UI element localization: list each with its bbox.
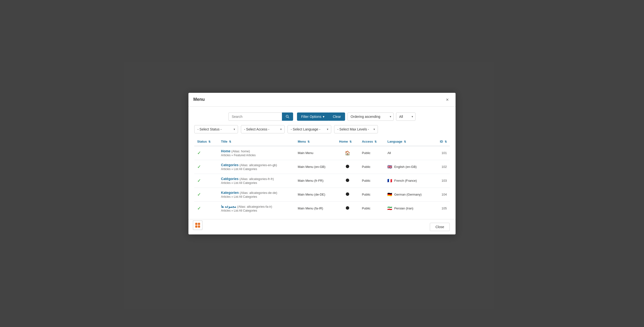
id-sort-icon: ⇅ <box>445 140 447 143</box>
maxlevels-filter[interactable]: - Select Max Levels - <box>334 125 378 133</box>
item-title-link[interactable]: Catégories (Alias: allcategories-fr-fr) <box>221 177 274 181</box>
filter-options-button[interactable]: Filter Options ▾ <box>297 113 328 121</box>
item-sub: Articles » List All Categories <box>221 209 292 212</box>
svg-rect-4 <box>195 225 198 228</box>
flag-icon: 🇬🇧 <box>387 164 392 169</box>
svg-point-0 <box>286 115 288 117</box>
home-dot <box>346 206 349 210</box>
modal-body: Filter Options ▾ Clear Ordering ascendin… <box>188 107 456 219</box>
cell-home: 🏠 <box>336 146 359 160</box>
cell-access: Public <box>359 188 384 201</box>
svg-line-1 <box>288 117 289 118</box>
ordering-select[interactable]: Ordering ascendingOrdering descendingTit… <box>348 113 394 121</box>
language-label: English (en-GB) <box>394 165 416 169</box>
col-access[interactable]: Access ⇅ <box>359 137 384 146</box>
item-sub: Articles » List All Categories <box>221 181 292 185</box>
item-alias: (Alias: allcategories-fr-fr) <box>240 177 274 181</box>
col-status[interactable]: Status ⇅ <box>194 137 218 146</box>
cell-title: Kategorien (Alias: allcategories-de-de) … <box>218 188 295 201</box>
cell-menu: Main Menu (de-DE) <box>295 188 336 201</box>
cell-language: 🇫🇷French (France) <box>384 174 434 188</box>
access-filter[interactable]: - Select Access - <box>241 125 284 133</box>
table-row: ✓ Kategorien (Alias: allcategories-de-de… <box>194 188 450 201</box>
item-alias: (Alias: home) <box>232 149 250 153</box>
home-dot <box>346 179 349 182</box>
published-icon[interactable]: ✓ <box>197 206 201 211</box>
svg-rect-2 <box>195 223 198 225</box>
item-title-link[interactable]: مجموعه ها (Alias: allcategories-fa-ir) <box>221 205 272 208</box>
modal-header: Menu × <box>188 93 456 107</box>
svg-rect-3 <box>198 223 200 225</box>
col-home[interactable]: Home ⇅ <box>336 137 359 146</box>
modal-title: Menu <box>193 97 205 102</box>
cell-menu: Main Menu (fa-IR) <box>295 201 336 215</box>
cell-menu: Main Menu (fr-FR) <box>295 174 336 188</box>
published-icon[interactable]: ✓ <box>197 192 201 197</box>
language-filter[interactable]: - Select Language - <box>288 125 331 133</box>
cell-home <box>336 188 359 201</box>
col-menu[interactable]: Menu ⇅ <box>295 137 336 146</box>
access-filter-wrapper: - Select Access - <box>241 125 284 133</box>
status-sort-icon: ⇅ <box>208 140 210 143</box>
filter-clear-group: Filter Options ▾ Clear <box>295 113 345 121</box>
item-title-link[interactable]: Home (Alias: home) <box>221 149 250 153</box>
table-body: ✓ Home (Alias: home) Articles » Featured… <box>194 146 450 215</box>
search-input[interactable] <box>228 113 282 121</box>
modal-close-button[interactable]: × <box>444 96 451 103</box>
item-sub: Articles » List All Categories <box>221 167 292 171</box>
item-title-link[interactable]: Kategorien (Alias: allcategories-de-de) <box>221 191 277 195</box>
language-cell: 🇩🇪German (Germany) <box>387 192 431 197</box>
cell-status: ✓ <box>194 188 218 201</box>
filter-caret-icon: ▾ <box>323 115 324 119</box>
published-icon[interactable]: ✓ <box>197 164 201 169</box>
cell-language: 🇬🇧English (en-GB) <box>384 160 434 174</box>
title-sort-icon: ⇅ <box>229 140 231 143</box>
cell-home <box>336 201 359 215</box>
cell-status: ✓ <box>194 146 218 160</box>
cell-access: Public <box>359 160 384 174</box>
language-label: Persian (Iran) <box>394 206 413 210</box>
close-footer-button[interactable]: Close <box>430 223 450 231</box>
published-icon[interactable]: ✓ <box>197 178 201 183</box>
cell-language: 🇮🇷Persian (Iran) <box>384 201 434 215</box>
cell-language: All <box>384 146 434 160</box>
home-icon: 🏠 <box>345 151 350 155</box>
table-row: ✓ Home (Alias: home) Articles » Featured… <box>194 146 450 160</box>
language-sort-icon: ⇅ <box>404 140 406 143</box>
cell-id: 103 <box>434 174 450 188</box>
col-language[interactable]: Language ⇅ <box>384 137 434 146</box>
language-label: French (France) <box>394 179 417 182</box>
all-select[interactable]: All102050100 <box>396 113 416 121</box>
cell-title: مجموعه ها (Alias: allcategories-fa-ir) A… <box>218 201 295 215</box>
home-dot <box>346 165 349 168</box>
status-filter[interactable]: - Select Status - <box>194 125 238 133</box>
cell-title: Home (Alias: home) Articles » Featured A… <box>218 146 295 160</box>
language-cell: 🇫🇷French (France) <box>387 178 431 183</box>
item-title-link[interactable]: Categories (Alias: allcategories-en-gb) <box>221 163 277 167</box>
home-dot <box>346 192 349 196</box>
cell-status: ✓ <box>194 201 218 215</box>
joomla-icon <box>195 222 200 228</box>
cell-access: Public <box>359 146 384 160</box>
filter-row: - Select Status - - Select Access - - Se… <box>194 125 450 133</box>
toolbar-row: Filter Options ▾ Clear Ordering ascendin… <box>194 113 450 121</box>
language-label: German (Germany) <box>394 193 422 196</box>
published-icon[interactable]: ✓ <box>197 151 201 155</box>
cell-title: Categories (Alias: allcategories-en-gb) … <box>218 160 295 174</box>
cell-menu: Main Menu (en-GB) <box>295 160 336 174</box>
clear-button[interactable]: Clear <box>328 113 345 121</box>
modal-footer: Close <box>188 219 456 234</box>
flag-icon: 🇫🇷 <box>387 178 392 183</box>
col-id[interactable]: ID ⇅ <box>434 137 450 146</box>
language-cell: 🇮🇷Persian (Iran) <box>387 206 431 211</box>
cell-menu: Main Menu <box>295 146 336 160</box>
cell-title: Catégories (Alias: allcategories-fr-fr) … <box>218 174 295 188</box>
col-title[interactable]: Title ⇅ <box>218 137 295 146</box>
language-cell: 🇬🇧English (en-GB) <box>387 164 431 169</box>
ordering-select-wrapper: Ordering ascendingOrdering descendingTit… <box>345 113 394 121</box>
menu-table: Status ⇅ Title ⇅ Menu ⇅ Home <box>194 137 450 215</box>
search-wrap <box>228 113 293 121</box>
access-sort-icon: ⇅ <box>374 140 377 143</box>
item-alias: (Alias: allcategories-en-gb) <box>240 163 277 167</box>
search-button[interactable] <box>282 113 293 121</box>
